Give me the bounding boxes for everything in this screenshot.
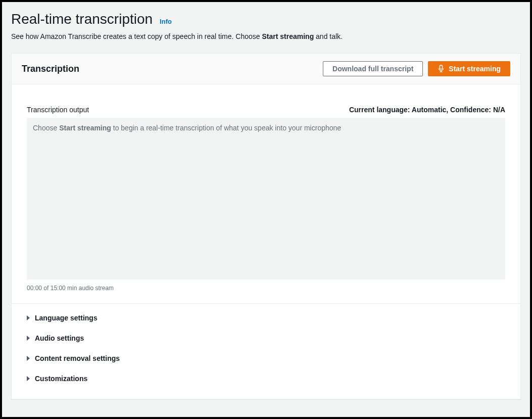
accordion-content-removal-settings[interactable]: Content removal settings: [27, 348, 505, 368]
transcription-output-box: Choose Start streaming to begin a real-t…: [27, 118, 505, 280]
accordion-label: Audio settings: [35, 334, 84, 342]
caret-right-icon: [27, 376, 30, 381]
accordion-label: Customizations: [35, 375, 87, 383]
output-status: Current language: Automatic, Confidence:…: [349, 106, 505, 114]
page-title: Real-time transcription: [11, 11, 153, 27]
caret-right-icon: [27, 356, 30, 361]
start-streaming-button[interactable]: Start streaming: [428, 61, 510, 76]
subtitle-post: and talk.: [314, 32, 343, 40]
subtitle-bold: Start streaming: [262, 32, 314, 40]
panel-header: Transcription Download full transcript S…: [12, 54, 520, 84]
svg-rect-0: [440, 65, 443, 69]
accordion-language-settings[interactable]: Language settings: [27, 308, 505, 328]
panel-body: Transcription output Current language: A…: [12, 84, 520, 399]
accordion-list: Language settings Audio settings Content…: [27, 304, 505, 389]
stream-duration: 00:00 of 15:00 min audio stream: [27, 285, 505, 292]
accordion-label: Content removal settings: [35, 354, 120, 362]
accordion-label: Language settings: [35, 314, 98, 322]
panel-title: Transcription: [22, 64, 79, 74]
caret-right-icon: [27, 336, 30, 341]
page-root: Real-time transcription Info See how Ama…: [2, 2, 530, 417]
page-header: Real-time transcription Info: [11, 11, 521, 27]
output-label: Transcription output: [27, 106, 89, 114]
accordion-audio-settings[interactable]: Audio settings: [27, 328, 505, 348]
placeholder-post: to begin a real-time transcription of wh…: [111, 124, 341, 132]
page-subtitle: See how Amazon Transcribe creates a text…: [11, 31, 521, 42]
placeholder-bold: Start streaming: [59, 124, 111, 132]
caret-right-icon: [27, 315, 30, 320]
info-link[interactable]: Info: [160, 18, 172, 25]
microphone-icon: [438, 65, 445, 73]
subtitle-pre: See how Amazon Transcribe creates a text…: [11, 32, 262, 40]
accordion-customizations[interactable]: Customizations: [27, 368, 505, 389]
panel-actions: Download full transcript Start streaming: [323, 61, 510, 76]
start-streaming-label: Start streaming: [449, 65, 501, 73]
output-header: Transcription output Current language: A…: [27, 106, 505, 114]
download-transcript-button[interactable]: Download full transcript: [323, 61, 423, 76]
placeholder-pre: Choose: [33, 124, 59, 132]
transcription-panel: Transcription Download full transcript S…: [11, 53, 521, 399]
